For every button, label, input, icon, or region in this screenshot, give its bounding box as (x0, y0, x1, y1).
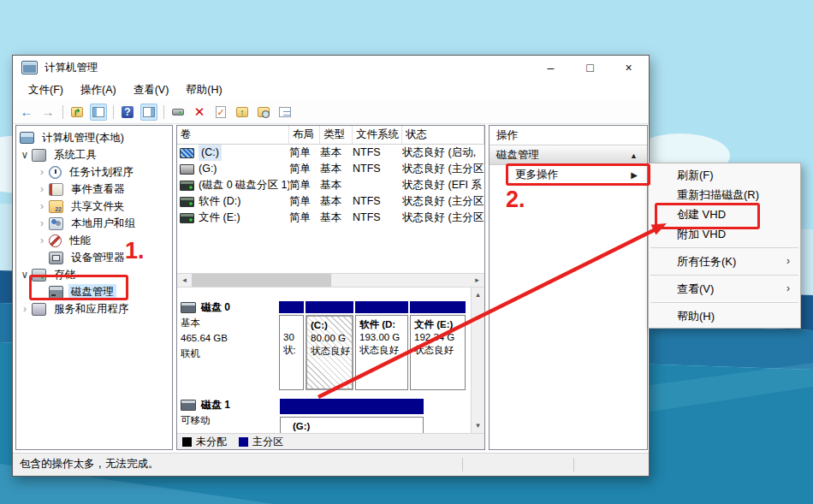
vertical-scrollbar[interactable]: ▴ ▾ (471, 288, 484, 433)
column-status[interactable]: 状态 (402, 126, 484, 144)
event-viewer-icon (49, 183, 63, 196)
system-tools-icon (32, 149, 46, 162)
properties-icon[interactable] (169, 104, 187, 121)
menu-item-all-tasks[interactable]: 所有任务(K)› (649, 252, 800, 271)
maximize-button[interactable]: □ (571, 56, 609, 80)
more-actions-context-menu: 刷新(F) 重新扫描磁盘(R) 创建 VHD 附加 VHD 所有任务(K)› 查… (648, 163, 801, 329)
volume-row-c[interactable]: (C:) 简单 基本 NTFS 状态良好 (启动, (177, 145, 484, 161)
volume-row-e[interactable]: 文件 (E:) 简单 基本 NTFS 状态良好 (主分区 (177, 210, 484, 226)
tree-item-shared-folders[interactable]: › 共享文件夹 (16, 198, 172, 215)
tree-item-system-tools[interactable]: ∨ 系统工具 (16, 146, 172, 163)
scroll-down-icon[interactable]: ▾ (471, 419, 485, 432)
back-icon[interactable]: ← (18, 104, 35, 121)
services-icon (32, 303, 46, 316)
tree-item-services-applications[interactable]: › 服务和应用程序 (16, 300, 172, 317)
tree-item-event-viewer[interactable]: › 事件查看器 (16, 181, 172, 198)
show-action-pane-icon[interactable] (140, 104, 157, 121)
window-title: 计算机管理 (45, 61, 98, 75)
tree-item-device-manager[interactable]: 设备管理器 (16, 249, 172, 266)
expander-open-icon[interactable]: ∨ (18, 149, 32, 161)
performance-icon (49, 234, 62, 247)
menu-item-create-vhd[interactable]: 创建 VHD (649, 205, 800, 224)
volume-icon (180, 148, 194, 158)
menu-item-rescan-disks[interactable]: 重新扫描磁盘(R) (649, 185, 800, 205)
scroll-right-icon[interactable]: ▸ (470, 274, 484, 287)
mark-check-document-icon[interactable]: ✓ (212, 104, 229, 121)
disk0-partition-d[interactable]: 软件 (D:193.00 G状态良好 (355, 301, 408, 390)
open-folder-icon[interactable]: ↑ (234, 104, 251, 121)
scroll-left-icon[interactable]: ◂ (177, 274, 192, 287)
expander-closed-icon[interactable]: › (35, 234, 49, 246)
disk0-partition-e[interactable]: 文件 (E:)192.34 G状态良好 (410, 301, 466, 390)
column-type[interactable]: 类型 (320, 126, 353, 144)
menu-item-view[interactable]: 查看(V)› (649, 279, 800, 299)
disk1-partition-g[interactable]: (G:) (280, 399, 424, 433)
partition-legend: 未分配 主分区 (177, 433, 484, 449)
menu-separator (650, 247, 798, 248)
tree-item-local-users-groups[interactable]: › 本地用户和组 (16, 215, 172, 232)
disk-management-view: 卷 布局 类型 文件系统 状态 (C:) 简单 基本 NTFS 状态良好 (启动… (176, 125, 485, 450)
expander-closed-icon[interactable]: › (35, 166, 49, 178)
minimize-button[interactable]: – (531, 56, 570, 80)
column-layout[interactable]: 布局 (289, 126, 320, 144)
menu-item-refresh[interactable]: 刷新(F) (649, 165, 800, 185)
menu-item-help[interactable]: 帮助(H) (649, 306, 800, 326)
disk-management-icon (49, 286, 63, 299)
forward-icon[interactable]: → (39, 104, 56, 121)
volume-row-efi[interactable]: (磁盘 0 磁盘分区 1) 简单 基本 状态良好 (EFI 系 (177, 177, 484, 193)
more-actions-item[interactable]: 更多操作 ▶ (490, 165, 647, 184)
expander-closed-icon[interactable]: › (35, 217, 49, 229)
menu-help[interactable]: 帮助(H) (177, 80, 230, 101)
menu-item-attach-vhd[interactable]: 附加 VHD (649, 224, 800, 244)
column-filesystem[interactable]: 文件系统 (353, 126, 402, 144)
column-volume[interactable]: 卷 (177, 126, 289, 144)
disk0-label[interactable]: 磁盘 0 基本 465.64 GB 联机 (181, 299, 276, 361)
scrollbar-thumb[interactable] (192, 274, 331, 287)
primary-partition-swatch (239, 437, 248, 447)
users-icon (49, 217, 63, 230)
tree-item-storage[interactable]: ∨ 存储 (16, 266, 172, 283)
disk1-label[interactable]: 磁盘 1 可移动 (181, 397, 276, 428)
explore-folder-icon[interactable] (255, 104, 272, 121)
tree-item-performance[interactable]: › 性能 (16, 232, 172, 249)
title-bar[interactable]: 计算机管理 – □ × (13, 56, 649, 80)
disk0-partition-c[interactable]: (C:)80.00 G状态良好 (306, 301, 353, 390)
disk0-partition-efi[interactable]: 30状: (279, 301, 304, 390)
menu-file[interactable]: 文件(F) (20, 80, 72, 101)
collapse-icon[interactable]: ▲ (630, 146, 638, 165)
device-manager-icon (49, 252, 63, 264)
partition-header (280, 399, 424, 414)
tree-item-computer-management[interactable]: 计算机管理(本地) (16, 129, 172, 146)
volume-icon (180, 213, 194, 223)
actions-section-disk-management[interactable]: 磁盘管理 ▲ (490, 145, 647, 165)
close-button[interactable]: × (609, 56, 648, 80)
volume-row-d[interactable]: 软件 (D:) 简单 基本 NTFS 状态良好 (主分区 (177, 193, 484, 210)
expander-closed-icon[interactable]: › (35, 200, 49, 212)
computer-icon (20, 132, 34, 144)
shared-folders-icon (49, 200, 63, 213)
horizontal-scrollbar[interactable]: ◂ ▸ (177, 273, 484, 288)
disk-icon (181, 302, 196, 313)
help-icon[interactable]: ? (119, 104, 136, 121)
tree-item-task-scheduler[interactable]: › 任务计划程序 (16, 163, 172, 181)
show-console-tree-icon[interactable] (90, 104, 107, 121)
task-list-icon[interactable] (276, 104, 294, 121)
tree-item-disk-management[interactable]: 磁盘管理 (16, 283, 172, 300)
submenu-arrow-icon: › (786, 252, 790, 271)
disk-icon (181, 400, 196, 411)
submenu-arrow-icon: ▶ (631, 166, 638, 185)
status-message: 包含的操作太多，无法完成。 (13, 454, 649, 475)
expander-closed-icon[interactable]: › (35, 183, 49, 195)
expander-open-icon[interactable]: ∨ (18, 269, 32, 281)
scroll-up-icon[interactable]: ▴ (471, 288, 485, 301)
expander-closed-icon[interactable]: › (18, 303, 32, 315)
export-list-icon[interactable]: ↱ (68, 104, 86, 121)
menu-action[interactable]: 操作(A) (72, 80, 125, 101)
delete-volume-icon[interactable]: ✕ (191, 104, 208, 121)
menu-view[interactable]: 查看(V) (125, 80, 178, 101)
storage-icon (32, 269, 46, 282)
toolbar: ← → ↱ ? ✕ ✓ ↑ (13, 101, 649, 124)
partition-header (410, 301, 466, 313)
volume-icon (180, 197, 194, 207)
volume-row-g[interactable]: (G:) 简单 基本 NTFS 状态良好 (主分区 (177, 161, 484, 177)
